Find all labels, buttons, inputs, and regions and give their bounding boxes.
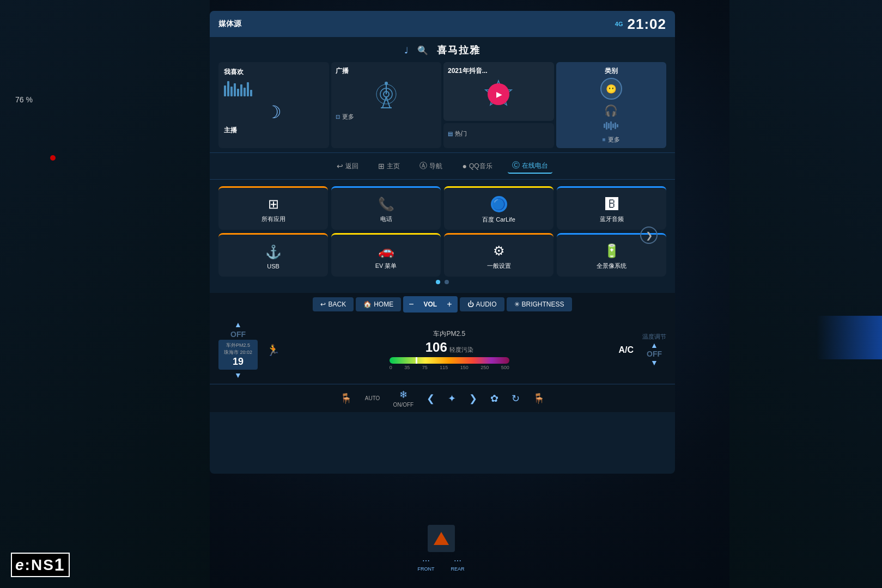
seat-heat-right-item[interactable]: 🪑	[533, 393, 545, 405]
seat-heat-left-item[interactable]: 🪑	[340, 393, 352, 405]
back-button[interactable]: ↩ BACK	[313, 297, 354, 311]
play-button[interactable]: ▶	[488, 83, 509, 105]
fan-right-item[interactable]: ❯	[469, 393, 477, 405]
logo-colon: :	[25, 556, 31, 574]
front-label: FRONT	[417, 566, 434, 572]
aqi-title: 车内PM2.5	[433, 329, 465, 339]
app-grid: ⊞ 所有应用 📞 电话 🔵 百度 CarLife 🅱 蓝牙音频 ⚓	[218, 186, 666, 277]
brightness-button[interactable]: ✳ BRIGHTNESS	[507, 297, 572, 311]
back-arrow-icon: ↩	[320, 301, 326, 308]
red-indicator	[50, 155, 56, 161]
eq-bar-6	[240, 84, 242, 96]
auto-item[interactable]: AUTO	[365, 395, 380, 401]
settings-button[interactable]: ⚙ 一般设置	[444, 233, 553, 277]
svg-point-7	[385, 82, 388, 85]
eq-bars	[224, 80, 324, 96]
dot-2	[445, 280, 449, 284]
usb-button[interactable]: ⚓ USB	[218, 233, 328, 277]
eq-bar-8	[247, 82, 249, 96]
favorites-label: 我喜欢	[224, 68, 324, 77]
wave-3	[608, 123, 610, 128]
vol-plus-button[interactable]: +	[441, 296, 457, 313]
left-temp-up[interactable]: ▲	[234, 320, 242, 329]
eq-bar-4	[234, 83, 236, 96]
favorites-card[interactable]: 我喜欢 ☽ 主播	[218, 62, 329, 148]
category-card[interactable]: 类别 😶 🎧 ≡ 更多	[556, 62, 667, 148]
eq-bar-9	[250, 90, 252, 96]
front-icon: ⋯	[422, 556, 430, 565]
panoramic-icon: 🔋	[604, 243, 620, 259]
hazard-button[interactable]	[427, 525, 454, 552]
top-bar-right: 4G 21:02	[615, 16, 666, 33]
climate-icons-row: 🪑 AUTO ❄ ON/OFF ❮ ✦ ❯ ✿ ↻ 🪑	[210, 384, 675, 412]
hot-row: ▤ 热门	[448, 130, 550, 138]
phone-button[interactable]: 📞 电话	[331, 186, 441, 230]
svg-line-3	[382, 97, 386, 108]
bluetooth-label: 蓝牙音频	[600, 215, 624, 223]
all-apps-button[interactable]: ⊞ 所有应用	[218, 186, 328, 230]
nav-qq-music[interactable]: ● QQ音乐	[458, 160, 496, 173]
audio-button[interactable]: ⏻ AUDIO	[460, 297, 504, 311]
right-temp-up[interactable]: ▲	[650, 341, 658, 350]
nav-back[interactable]: ↩ 返回	[332, 160, 363, 173]
left-temp-box: 车外PM2.5 珠海市 20:02 19	[218, 340, 258, 370]
nav-back-label: 返回	[345, 162, 358, 171]
hot-label: 热门	[455, 130, 467, 138]
home-button[interactable]: 🏠 HOME	[356, 297, 401, 311]
vol-minus-button[interactable]: −	[403, 296, 419, 313]
nav-home-label: 主页	[387, 162, 400, 171]
music-note-icon: ♩	[404, 45, 409, 56]
ev-menu-button[interactable]: 🚗 EV 菜单	[331, 233, 441, 277]
settings-icon: ⚙	[493, 243, 505, 259]
aqi-scale: 0 35 75 115 150 250 500	[390, 365, 509, 370]
nav-home[interactable]: ⊞ 主页	[374, 160, 404, 173]
wave-5	[612, 124, 614, 128]
nav-online-radio[interactable]: Ⓒ 在线电台	[508, 158, 552, 174]
baidu-carlife-button[interactable]: 🔵 百度 CarLife	[444, 186, 553, 230]
recirculate-item[interactable]: ↻	[512, 393, 520, 405]
vol-label: VOL	[419, 297, 441, 311]
nav-qq-label: QQ音乐	[469, 162, 492, 171]
broadcast-card[interactable]: 广播 ⊡ 更多	[331, 62, 442, 148]
arrow-next-icon: ❯	[646, 230, 653, 241]
left-temp-section: ▲ OFF 车外PM2.5 珠海市 20:02 19 ▼	[218, 320, 258, 379]
music-title: 喜马拉雅	[437, 44, 480, 57]
bluetooth-button[interactable]: 🅱 蓝牙音频	[557, 186, 666, 230]
fan-onoff-item[interactable]: ❄ ON/OFF	[393, 389, 413, 408]
seat-heat-right-icon: 🪑	[533, 393, 545, 405]
bluetooth-icon: 🅱	[605, 197, 618, 212]
fan-center-item[interactable]: ✦	[448, 393, 456, 405]
nav-qq-icon: ●	[462, 162, 466, 170]
avatar-face: 😶	[600, 78, 622, 100]
left-temp-down[interactable]: ▼	[234, 371, 242, 379]
broadcast-label: 广播	[336, 66, 437, 76]
sun-item[interactable]: ✿	[490, 393, 498, 405]
top-bar: 媒体源 4G 21:02	[210, 11, 675, 37]
hazard-triangle-icon	[433, 532, 448, 545]
nav-radio-icon: Ⓒ	[512, 161, 520, 170]
douyin-card[interactable]: 2021年抖音... ▶	[443, 62, 554, 121]
aqi-75: 75	[422, 365, 428, 370]
right-temp-down[interactable]: ▼	[650, 358, 658, 367]
aqi-value-row: 106 轻度污染	[425, 340, 473, 355]
nav-home-icon: ⊞	[378, 162, 385, 170]
front-indicator: ⋯ FRONT	[417, 556, 434, 572]
hot-card[interactable]: ▤ 热门	[443, 123, 554, 148]
fan-center-icon: ✦	[448, 393, 456, 405]
eq-bar-2	[227, 81, 229, 96]
main-screen: 媒体源 4G 21:02 ♩ 🔍 喜马拉雅 我喜欢	[210, 11, 675, 474]
brightness-label: BRIGHTNESS	[522, 301, 564, 308]
anchor-label: 主播	[224, 126, 324, 135]
brand-logo: e : NS 1	[11, 553, 70, 577]
headphones-icon: 🎧	[604, 104, 618, 117]
logo-1: 1	[54, 555, 65, 575]
wave-6	[615, 122, 616, 129]
seat-heat-left-icon: 🪑	[340, 393, 352, 405]
arrow-next-button[interactable]: ❯	[640, 226, 658, 244]
search-button[interactable]: 🔍	[417, 45, 428, 56]
right-panel	[729, 0, 882, 588]
fan-left-item[interactable]: ❮	[427, 393, 435, 405]
nav-radio-label: 在线电台	[522, 161, 548, 170]
nav-navi[interactable]: Ⓐ 导航	[415, 159, 447, 173]
right-temp-section: 温度调节 ▲ OFF ▼	[642, 333, 666, 367]
